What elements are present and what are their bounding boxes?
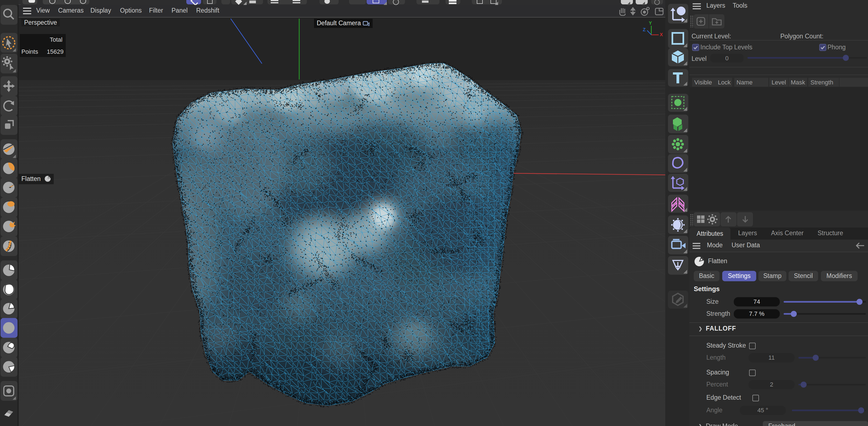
svg-text:Z: Z xyxy=(643,27,646,32)
svg-text:Y: Y xyxy=(649,21,652,26)
svg-text:X: X xyxy=(660,32,663,37)
